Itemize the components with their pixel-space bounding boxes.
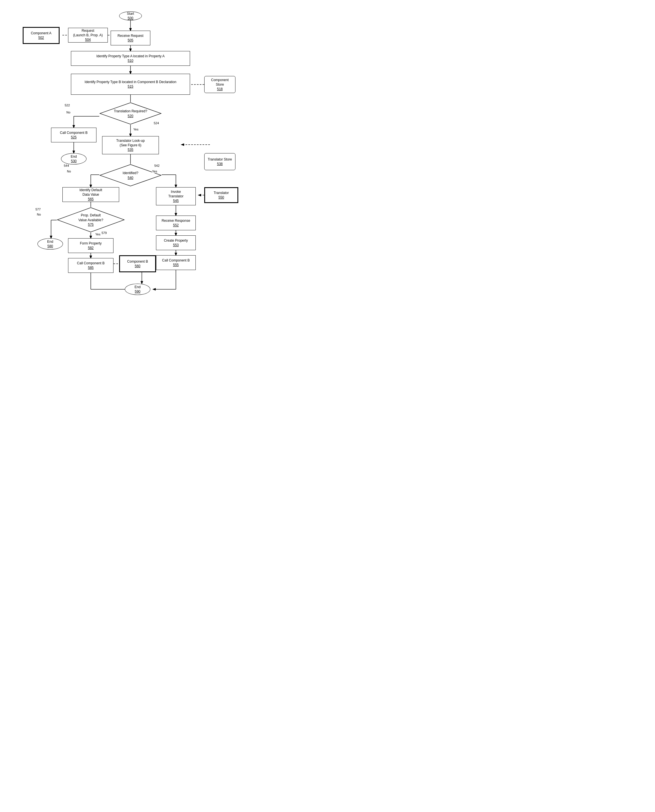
call-component-b-525-node: Call Component B 525 xyxy=(51,127,97,143)
label-522: 522 xyxy=(65,103,70,107)
label-544: 544 xyxy=(64,164,69,167)
form-property-node: Form Property 582 xyxy=(68,238,114,253)
yes-label-520: Yes xyxy=(133,127,138,131)
no-label-520: No xyxy=(66,111,70,114)
no-label-540: No xyxy=(67,170,71,173)
yes-label-575: Yes xyxy=(95,233,100,236)
translator-lookup-node: Translator Look-up(See Figure 6) 535 xyxy=(102,136,159,154)
prop-default-node: Prop. DefaultValue Available? 575 xyxy=(57,207,125,233)
label-524: 524 xyxy=(154,121,159,125)
no-label-575: No xyxy=(37,213,41,216)
label-542: 542 xyxy=(154,164,160,167)
end-530-node: End 530 xyxy=(61,153,86,164)
yes-label-540: Yes xyxy=(152,170,157,173)
call-component-b-585-node: Call Component B 585 xyxy=(68,258,114,273)
identify-prop-b-node: Identify Property Type B located in Comp… xyxy=(71,74,190,95)
identify-default-node: Identify DefaultData Value 565 xyxy=(62,187,119,202)
call-component-b-555-node: Call Component B 555 xyxy=(156,255,196,270)
identify-prop-a-node: Identify Property Type A located in Prop… xyxy=(71,51,190,66)
identified-node: Identified? 540 xyxy=(99,164,162,187)
receive-response-node: Receive Response 552 xyxy=(156,216,196,230)
label-577: 577 xyxy=(35,207,41,211)
translator-store-node: Translator Store 538 xyxy=(204,153,235,170)
component-store-node: Component Store 518 xyxy=(204,76,235,93)
receive-request-node: Receive Request 505 xyxy=(111,31,150,45)
end-580-node: End 580 xyxy=(37,238,63,250)
start-node: Start 500 xyxy=(119,11,142,20)
create-property-node: Create Property 553 xyxy=(156,235,196,250)
translation-required-node: Translation Required? 520 xyxy=(99,102,162,125)
end-590-node: End 590 xyxy=(125,284,150,295)
flowchart-diagram: Start 500 Component A 502 Request(Launch… xyxy=(6,6,250,312)
translator-node: Translator 550 xyxy=(204,187,238,203)
invoke-translator-node: InvokeTranslator 545 xyxy=(156,187,196,205)
component-b-560-node: Component B 560 xyxy=(119,255,156,272)
request-node: Request(Launch B, Prop. A) 504 xyxy=(68,28,108,43)
label-579: 579 xyxy=(101,231,107,235)
component-a-node: Component A 502 xyxy=(23,27,60,44)
